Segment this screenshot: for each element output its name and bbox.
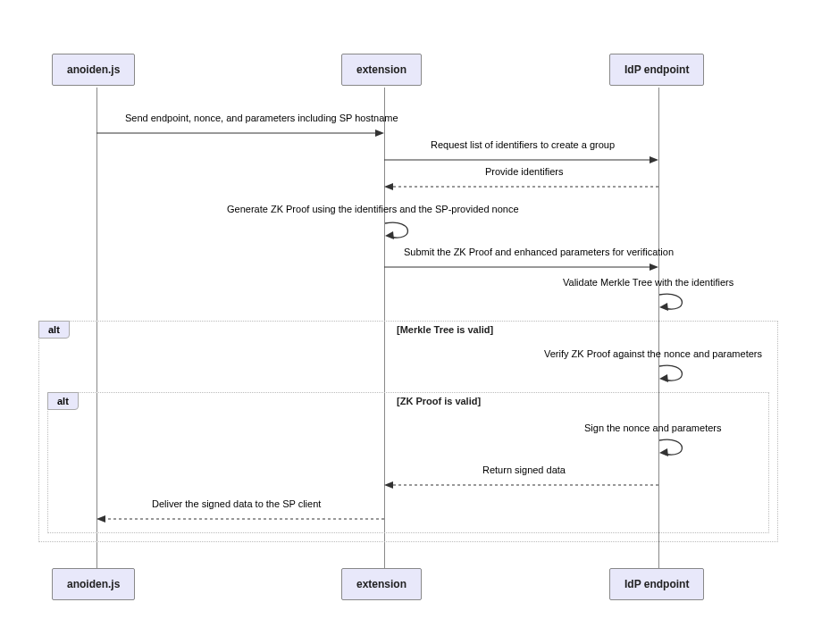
svg-marker-11 — [659, 448, 668, 456]
participant-label: extension — [356, 63, 406, 76]
participant-idp-bottom: IdP endpoint — [609, 568, 704, 600]
alt-label-inner: alt — [47, 392, 79, 410]
participant-label: anoiden.js — [67, 63, 120, 76]
svg-marker-1 — [375, 130, 384, 137]
msg-label: Submit the ZK Proof and enhanced paramet… — [404, 247, 674, 257]
alt-condition-inner: [ZK Proof is valid] — [397, 396, 481, 406]
participant-anoiden-bottom: anoiden.js — [52, 568, 135, 600]
msg-label: Provide identifiers — [485, 166, 563, 177]
sequence-diagram: anoiden.js extension IdP endpoint anoide… — [0, 0, 813, 644]
alt-condition-outer: [Merkle Tree is valid] — [397, 324, 493, 335]
selfloop-m6 — [658, 293, 694, 318]
selfloop-m7 — [658, 364, 694, 389]
svg-marker-15 — [96, 515, 105, 523]
msg-label: Verify ZK Proof against the nonce and pa… — [544, 348, 762, 359]
svg-marker-5 — [384, 183, 393, 190]
participant-label: extension — [356, 578, 406, 590]
selfloop-m8 — [658, 439, 694, 464]
participant-label: IdP endpoint — [624, 63, 689, 76]
participant-extension-bottom: extension — [341, 568, 422, 600]
participant-extension-top: extension — [341, 54, 422, 86]
arrow-m2 — [384, 155, 658, 165]
svg-marker-6 — [385, 231, 394, 239]
svg-marker-3 — [650, 156, 658, 163]
participant-idp-top: IdP endpoint — [609, 54, 704, 86]
alt-label-outer: alt — [38, 321, 70, 339]
participant-label: IdP endpoint — [624, 578, 689, 590]
msg-label: Generate ZK Proof using the identifiers … — [227, 204, 519, 214]
svg-marker-13 — [384, 481, 393, 489]
msg-label: Sign the nonce and parameters — [584, 422, 722, 433]
msg-label: Validate Merkle Tree with the identifier… — [563, 277, 733, 288]
arrow-m1 — [96, 128, 384, 138]
participant-anoiden-top: anoiden.js — [52, 54, 135, 86]
msg-label: Deliver the signed data to the SP client — [152, 498, 321, 509]
participant-label: anoiden.js — [67, 578, 120, 590]
arrow-m3 — [384, 181, 658, 192]
arrow-m10 — [96, 514, 384, 524]
arrow-m9 — [384, 480, 658, 490]
msg-label: Return signed data — [482, 464, 566, 475]
svg-marker-8 — [650, 263, 658, 271]
msg-label: Request list of identifiers to create a … — [431, 139, 615, 150]
selfloop-m4 — [384, 222, 420, 247]
svg-marker-9 — [659, 303, 668, 311]
arrow-m5 — [384, 262, 658, 272]
svg-marker-10 — [659, 374, 668, 382]
msg-label: Send endpoint, nonce, and parameters inc… — [125, 113, 398, 123]
